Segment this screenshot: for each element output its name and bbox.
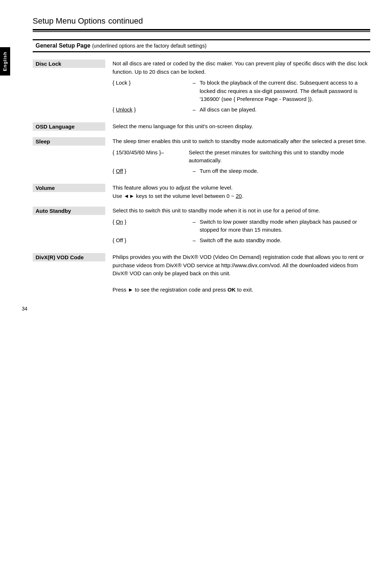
disc-lock-sub-options: { Lock } – To block the playback of the … [113,79,370,114]
title-suffix: continued [108,16,143,25]
osd-language-content: Select the menu language for this unit's… [113,122,370,131]
auto-standby-on-key: { On } [113,218,189,226]
disc-lock-unlock-option: { Unlock } – All discs can be played. [113,106,370,114]
auto-standby-sub-options: { On } – Switch to low power standby mod… [113,218,370,245]
sleep-content: The sleep timer enables this unit to swi… [113,137,370,177]
sleep-mins-key: { 15/30/45/60 Mins }– [113,149,189,157]
sleep-off-dash: – [189,167,200,175]
auto-standby-desc: Select this to switch this unit to stand… [113,207,370,215]
sleep-off-option: { Off } – Turn off the sleep mode. [113,167,370,175]
osd-language-row: OSD Language Select the menu language fo… [33,122,370,131]
volume-label: Volume [33,184,105,192]
section-subtitle: (underlined options are the factory defa… [92,43,207,49]
title-divider-thick [33,29,370,31]
auto-standby-off-desc: Switch off the auto standby mode. [200,236,370,245]
page-number: 34 [22,306,28,312]
sleep-label: Sleep [33,137,105,146]
volume-content: This feature allows you to adjust the vo… [113,184,370,200]
osd-language-desc: Select the menu language for this unit's… [113,122,370,131]
auto-standby-off-dash: – [189,236,200,245]
divx-vod-row: DivX(R) VOD Code Philips provides you wi… [33,253,370,294]
auto-standby-on-option: { On } – Switch to low power standby mod… [113,218,370,234]
disc-lock-content: Not all discs are rated or coded by the … [113,60,370,116]
auto-standby-row: Auto Standby Select this to switch this … [33,207,370,247]
divx-vod-desc: Philips provides you with the DivX® VOD … [113,253,370,278]
sleep-sub-options: { 15/30/45/60 Mins }– Select the preset … [113,149,370,175]
auto-standby-content: Select this to switch this unit to stand… [113,207,370,247]
sleep-mins-option: { 15/30/45/60 Mins }– Select the preset … [113,149,370,165]
volume-desc: This feature allows you to adjust the vo… [113,184,370,192]
divx-vod-desc2: Press ► to see the registration code and… [113,286,370,294]
content-area: Disc Lock Not all discs are rated or cod… [33,60,370,294]
auto-standby-label: Auto Standby [33,207,105,215]
title-divider-thin [33,31,370,32]
unlock-dash: – [189,106,200,114]
osd-language-label: OSD Language [33,122,105,131]
disc-lock-desc: Not all discs are rated or coded by the … [113,60,370,76]
auto-standby-off-key: { Off } [113,236,189,245]
divx-vod-content: Philips provides you with the DivX® VOD … [113,253,370,294]
lock-desc: To block the playback of the current dis… [200,79,370,103]
unlock-desc: All discs can be played. [200,106,370,114]
disc-lock-label: Disc Lock [33,60,105,68]
unlock-key: { Unlock } [113,106,189,114]
section-header: General Setup Page (underlined options a… [33,39,370,52]
auto-standby-on-dash: – [189,218,200,226]
sleep-row: Sleep The sleep timer enables this unit … [33,137,370,177]
auto-standby-on-desc: Switch to low power standby mode when pl… [200,218,370,234]
sleep-off-desc: Turn off the sleep mode. [200,167,370,175]
auto-standby-off-option: { Off } – Switch off the auto standby mo… [113,236,370,245]
sleep-off-key: { Off } [113,167,189,175]
lock-dash: – [189,79,200,87]
language-tab: English [0,47,10,76]
volume-row: Volume This feature allows you to adjust… [33,184,370,200]
disc-lock-row: Disc Lock Not all discs are rated or cod… [33,60,370,116]
section-title: General Setup Page [36,42,90,49]
sleep-mins-desc: Select the preset minutes for switching … [189,149,370,165]
divx-vod-label: DivX(R) VOD Code [33,253,105,261]
title-text: Setup Menu Options [33,16,106,25]
page-title: Setup Menu Options continued [22,15,370,26]
sleep-desc: The sleep timer enables this unit to swi… [113,137,370,146]
volume-desc2: Use ◄► keys to set the volume level betw… [113,192,370,200]
lock-key: { Lock } [113,79,189,87]
disc-lock-lock-option: { Lock } – To block the playback of the … [113,79,370,103]
